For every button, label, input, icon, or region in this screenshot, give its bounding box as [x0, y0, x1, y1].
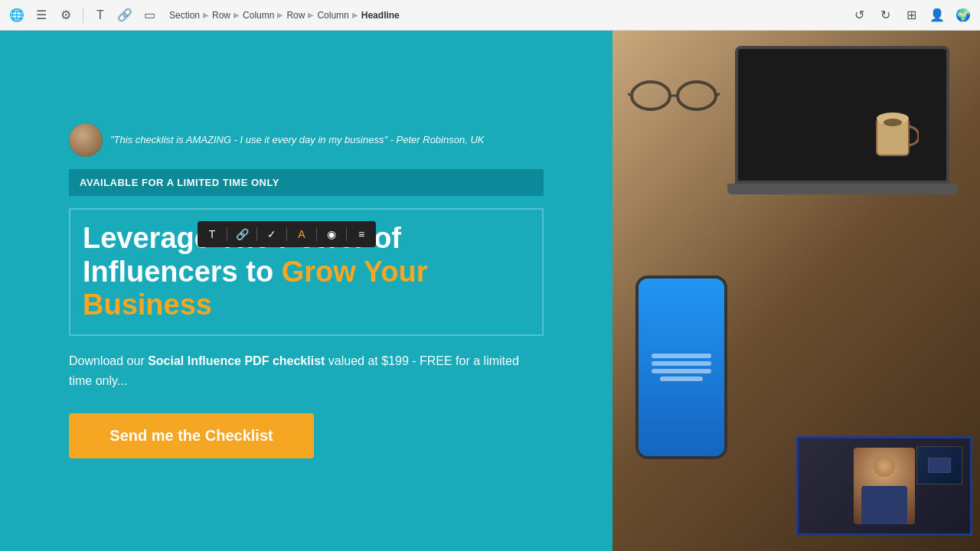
svg-point-7 [884, 119, 902, 126]
format-highlight-btn[interactable]: ◉ [322, 224, 341, 244]
description-before: Download our [69, 354, 148, 367]
breadcrumb-column2[interactable]: Column [317, 10, 348, 21]
video-bg-screen [916, 446, 962, 484]
format-align-btn[interactable]: ≡ [351, 224, 371, 244]
breadcrumb-row2[interactable]: Row [286, 10, 305, 21]
left-panel: "This checklist is AMAZING - I use it ev… [0, 31, 612, 551]
settings-icon[interactable]: ⚙ [55, 5, 77, 26]
avatar [69, 123, 103, 157]
video-thumbnail[interactable] [796, 436, 972, 536]
format-divider-1 [227, 227, 227, 241]
menu-icon[interactable]: ☰ [31, 5, 52, 26]
format-check-btn[interactable]: ✓ [262, 224, 282, 244]
breadcrumb-arrow-4: ▶ [308, 11, 314, 19]
phone-line-3 [652, 369, 711, 373]
breadcrumb-arrow-5: ▶ [352, 11, 358, 19]
content-card: "This checklist is AMAZING - I use it ev… [54, 108, 559, 474]
right-background [612, 31, 980, 551]
globe-icon[interactable]: 🌐 [6, 5, 28, 26]
format-color-btn[interactable]: A [292, 224, 312, 244]
phone-body [635, 276, 727, 459]
format-divider-5 [346, 227, 347, 241]
format-divider-2 [256, 227, 257, 241]
right-panel [612, 31, 980, 551]
preview-icon[interactable]: ⊞ [900, 5, 922, 26]
separator-1 [83, 8, 83, 23]
laptop-base [727, 184, 957, 194]
top-toolbar: 🌐 ☰ ⚙ T 🔗 ▭ Section ▶ Row ▶ Column ▶ Row… [0, 0, 980, 31]
breadcrumb: Section ▶ Row ▶ Column ▶ Row ▶ Column ▶ … [169, 10, 400, 21]
phone-line-1 [652, 354, 711, 358]
user-icon[interactable]: 👤 [926, 5, 948, 26]
avatar-image [69, 123, 103, 157]
format-text-btn[interactable]: T [202, 224, 222, 244]
glasses-decoration [628, 77, 720, 118]
toolbar-right: ↺ ↻ ⊞ 👤 🌍 [848, 5, 974, 26]
description-text: Download our Social Influence PDF checkl… [69, 351, 544, 390]
svg-point-0 [632, 82, 670, 109]
global-icon[interactable]: 🌍 [952, 5, 974, 26]
banner: AVAILABLE FOR A LIMITED TIME ONLY [69, 169, 544, 196]
breadcrumb-arrow-1: ▶ [203, 11, 209, 19]
breadcrumb-arrow-3: ▶ [277, 11, 283, 19]
main-content: "This checklist is AMAZING - I use it ev… [0, 31, 980, 551]
cta-button[interactable]: Send me the Checklist [69, 413, 314, 458]
format-link-btn[interactable]: 🔗 [232, 224, 252, 244]
text-icon[interactable]: T [90, 5, 111, 26]
link-icon[interactable]: 🔗 [114, 5, 136, 26]
undo-button[interactable]: ↺ [848, 5, 870, 26]
coffee-cup-decoration [873, 107, 919, 164]
testimonial-row: "This checklist is AMAZING - I use it ev… [69, 123, 544, 157]
svg-point-1 [678, 82, 716, 109]
breadcrumb-arrow-2: ▶ [234, 11, 240, 19]
phone-screen [639, 279, 724, 456]
breadcrumb-headline[interactable]: Headline [361, 10, 400, 21]
breadcrumb-section[interactable]: Section [169, 10, 200, 21]
breadcrumb-row1[interactable]: Row [212, 10, 230, 21]
format-divider-3 [286, 227, 287, 241]
breadcrumb-column1[interactable]: Column [243, 10, 274, 21]
format-toolbar: T 🔗 ✓ A ◉ ≡ [198, 221, 376, 247]
banner-text: AVAILABLE FOR A LIMITED TIME ONLY [80, 177, 533, 188]
layout-icon[interactable]: ▭ [139, 5, 160, 26]
phone-decoration [635, 276, 743, 490]
phone-line-4 [660, 377, 703, 381]
laptop-decoration [720, 46, 965, 214]
video-inner [799, 439, 970, 533]
description-bold: Social Influence PDF checklist [148, 354, 325, 367]
testimonial-text: "This checklist is AMAZING - I use it ev… [110, 134, 484, 145]
format-divider-4 [316, 227, 317, 241]
video-person [854, 448, 915, 524]
redo-button[interactable]: ↻ [874, 5, 896, 26]
phone-line-2 [652, 361, 711, 366]
